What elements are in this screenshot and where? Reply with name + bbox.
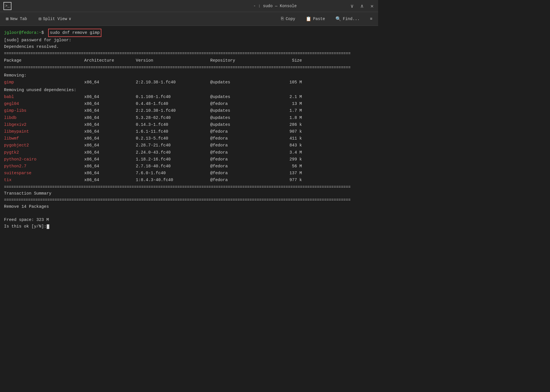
prompt-colon: : xyxy=(36,30,39,36)
pkg-name: gimp xyxy=(4,79,84,86)
maximize-button[interactable]: ∧ xyxy=(359,2,365,10)
pkg-size: 1.7 M xyxy=(273,107,302,114)
new-tab-label: New Tab xyxy=(10,17,27,21)
table-row: babl x86_64 0.1.108-1.fc40 @updates 2.1 … xyxy=(4,94,374,100)
prompt-at: @ xyxy=(19,30,21,36)
pkg-name: babl xyxy=(4,94,84,100)
pkg-version: 5.3.28-62.fc40 xyxy=(136,115,210,121)
pkg-version: 2.24.0-43.fc40 xyxy=(136,149,210,156)
pkg-arch: x86_64 xyxy=(84,156,136,163)
pkg-repo: @updates xyxy=(210,107,273,114)
table-row: pygtk2 x86_64 2.24.0-43.fc40 @fedora 3.4… xyxy=(4,149,374,156)
removing-packages: gimp x86_64 2:2.10.38-1.fc40 @updates 10… xyxy=(4,79,374,86)
terminal-icon[interactable]: >_ xyxy=(3,2,11,10)
dependencies-resolved-line: Dependencies resolved. xyxy=(4,44,374,50)
pkg-name: libmypaint xyxy=(4,128,84,135)
pkg-size: 13 M xyxy=(273,101,302,107)
pkg-name: libgexiv2 xyxy=(4,121,84,128)
copy-button[interactable]: ⎘ Copy xyxy=(279,15,298,23)
col-arch-header: Architecture xyxy=(84,57,136,64)
table-row: suitesparse x86_64 7.6.0-1.fc40 @fedora … xyxy=(4,170,374,177)
pkg-arch: x86_64 xyxy=(84,94,136,100)
pkg-size: 299 k xyxy=(273,156,302,163)
pkg-name: python2-cairo xyxy=(4,156,84,163)
pkg-size: 56 M xyxy=(273,163,302,170)
pkg-repo: @fedora xyxy=(210,156,273,163)
pkg-size: 286 k xyxy=(273,121,302,128)
pkg-version: 0.1.108-1.fc40 xyxy=(136,94,210,100)
split-view-label: Split View xyxy=(43,17,67,21)
col-package-header: Package xyxy=(4,57,84,64)
pkg-size: 105 M xyxy=(273,79,302,86)
table-row: libmypaint x86_64 1.6.1-11.fc40 @fedora … xyxy=(4,128,374,135)
titlebar-left: >_ xyxy=(3,2,11,10)
table-row: libwmf x86_64 0.2.13-5.fc40 @fedora 411 … xyxy=(4,135,374,142)
pkg-version: 1:8.4.3-40.fc40 xyxy=(136,177,210,183)
pkg-repo: @fedora xyxy=(210,163,273,170)
copy-label: Copy xyxy=(286,17,295,21)
pkg-arch: x86_64 xyxy=(84,101,136,107)
pkg-arch: x86_64 xyxy=(84,142,136,149)
pkg-version: 2:2.10.38-1.fc40 xyxy=(136,107,210,114)
pkg-name: libwmf xyxy=(4,135,84,142)
pkg-repo: @fedora xyxy=(210,135,273,142)
menu-icon: ≡ xyxy=(370,17,372,21)
pkg-size: 1.8 M xyxy=(273,115,302,121)
pkg-version: 0.14.3-1.fc40 xyxy=(136,121,210,128)
close-button[interactable]: ✕ xyxy=(369,2,375,10)
pkg-repo: @updates xyxy=(210,94,273,100)
find-label: Find... xyxy=(343,17,360,21)
pkg-arch: x86_64 xyxy=(84,128,136,135)
pkg-version: 2.28.7-21.fc40 xyxy=(136,142,210,149)
sudo-password-line: [sudo] password for jgloor: xyxy=(4,37,374,44)
freed-space: Freed space: 323 M xyxy=(4,217,374,223)
pkg-version: 2:2.10.38-1.fc40 xyxy=(136,79,210,86)
find-icon: 🔍 xyxy=(335,16,341,22)
prompt-dir: ~ xyxy=(39,30,42,36)
new-tab-icon: ⊞ xyxy=(6,16,9,22)
pkg-version: 0.4.48-1.fc40 xyxy=(136,101,210,107)
pkg-name: pygobject2 xyxy=(4,142,84,149)
pkg-arch: x86_64 xyxy=(84,177,136,183)
table-row: gimp-libs x86_64 2:2.10.38-1.fc40 @updat… xyxy=(4,107,374,114)
transaction-summary-label: Transaction Summary xyxy=(4,190,374,197)
terminal-content: jgloor@fedora:~ $ sudo dnf remove gimp [… xyxy=(0,26,378,281)
col-version-header: Version xyxy=(136,57,210,64)
paste-button[interactable]: 📋 Paste xyxy=(303,15,327,23)
pkg-version: 0.2.13-5.fc40 xyxy=(136,135,210,142)
toolbar-right: ⎘ Copy 📋 Paste 🔍 Find... ≡ xyxy=(279,15,375,23)
window-title: - : sudo — Konsole xyxy=(253,4,296,8)
pkg-name: gimp-libs xyxy=(4,107,84,114)
pkg-repo: @fedora xyxy=(210,149,273,156)
separator-top: ========================================… xyxy=(4,50,374,57)
toolbar: ⊞ New Tab ⊟ Split View ∨ ⎘ Copy 📋 Paste … xyxy=(0,12,378,26)
prompt-host: fedora xyxy=(21,30,36,36)
split-view-arrow: ∨ xyxy=(69,16,71,21)
final-prompt-line: Is this ok [y/N]: xyxy=(4,223,374,230)
pkg-version: 2.7.18-40.fc40 xyxy=(136,163,210,170)
menu-button[interactable]: ≡ xyxy=(368,15,375,22)
new-tab-button[interactable]: ⊞ New Tab xyxy=(3,15,29,23)
pkg-repo: @fedora xyxy=(210,128,273,135)
separator-summary-bottom: ========================================… xyxy=(4,197,374,203)
table-row: python2.7 x86_64 2.7.18-40.fc40 @fedora … xyxy=(4,163,374,170)
table-row: libgexiv2 x86_64 0.14.3-1.fc40 @updates … xyxy=(4,121,374,128)
pkg-size: 3.4 M xyxy=(273,149,302,156)
pkg-size: 2.1 M xyxy=(273,94,302,100)
separator-header: ========================================… xyxy=(4,64,374,71)
unused-packages: babl x86_64 0.1.108-1.fc40 @updates 2.1 … xyxy=(4,94,374,183)
minimize-button[interactable]: ∨ xyxy=(349,2,355,10)
remove-count: Remove 14 Packages xyxy=(4,203,374,210)
pkg-name: pygtk2 xyxy=(4,149,84,156)
split-view-button[interactable]: ⊟ Split View ∨ xyxy=(36,15,73,23)
pkg-name: python2.7 xyxy=(4,163,84,170)
pkg-repo: @fedora xyxy=(210,170,273,177)
separator-summary: ========================================… xyxy=(4,184,374,190)
pkg-arch: x86_64 xyxy=(84,121,136,128)
find-button[interactable]: 🔍 Find... xyxy=(333,15,362,23)
command-text: sudo dnf remove gimp xyxy=(48,29,101,37)
prompt-user: jgloor xyxy=(4,30,19,36)
cursor xyxy=(47,224,49,229)
pkg-arch: x86_64 xyxy=(84,170,136,177)
pkg-size: 907 k xyxy=(273,128,302,135)
